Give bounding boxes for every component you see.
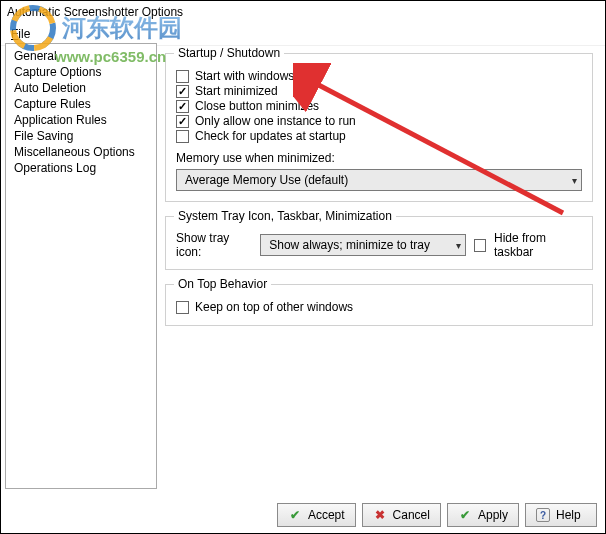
label-check-updates: Check for updates at startup bbox=[195, 129, 346, 143]
checkbox-start-minimized[interactable] bbox=[176, 85, 189, 98]
chevron-down-icon: ▾ bbox=[572, 175, 577, 186]
accept-button[interactable]: ✔ Accept bbox=[277, 503, 356, 527]
checkbox-start-with-windows[interactable] bbox=[176, 70, 189, 83]
label-show-tray-icon: Show tray icon: bbox=[176, 231, 252, 259]
sidebar-item-auto-deletion[interactable]: Auto Deletion bbox=[6, 80, 156, 96]
checkbox-close-minimizes[interactable] bbox=[176, 100, 189, 113]
dropdown-memory-use[interactable]: Average Memory Use (default) ▾ bbox=[176, 169, 582, 191]
menu-file[interactable]: File bbox=[7, 25, 34, 43]
label-hide-taskbar: Hide from taskbar bbox=[494, 231, 582, 259]
sidebar: General Capture Options Auto Deletion Ca… bbox=[5, 43, 157, 489]
label-close-minimizes: Close button minimizes bbox=[195, 99, 319, 113]
window-title: Automatic Screenshotter Options bbox=[1, 1, 605, 23]
group-ontop-legend: On Top Behavior bbox=[174, 277, 271, 291]
chevron-down-icon: ▾ bbox=[456, 240, 461, 251]
label-one-instance: Only allow one instance to run bbox=[195, 114, 356, 128]
help-button[interactable]: ? Help bbox=[525, 503, 597, 527]
checkbox-one-instance[interactable] bbox=[176, 115, 189, 128]
sidebar-item-operations-log[interactable]: Operations Log bbox=[6, 160, 156, 176]
dropdown-memory-value: Average Memory Use (default) bbox=[185, 173, 348, 187]
checkbox-keep-on-top[interactable] bbox=[176, 301, 189, 314]
checkbox-check-updates[interactable] bbox=[176, 130, 189, 143]
sidebar-item-capture-options[interactable]: Capture Options bbox=[6, 64, 156, 80]
check-icon: ✔ bbox=[288, 508, 302, 522]
group-ontop: On Top Behavior Keep on top of other win… bbox=[165, 284, 593, 326]
sidebar-item-file-saving[interactable]: File Saving bbox=[6, 128, 156, 144]
group-startup-legend: Startup / Shutdown bbox=[174, 46, 284, 60]
sidebar-item-general[interactable]: General bbox=[6, 48, 156, 64]
button-bar: ✔ Accept ✖ Cancel ✔ Apply ? Help bbox=[277, 503, 597, 527]
help-icon: ? bbox=[536, 508, 550, 522]
label-start-minimized: Start minimized bbox=[195, 84, 278, 98]
group-startup: Startup / Shutdown Start with windows St… bbox=[165, 53, 593, 202]
group-tray-legend: System Tray Icon, Taskbar, Minimization bbox=[174, 209, 396, 223]
dropdown-show-tray[interactable]: Show always; minimize to tray ▾ bbox=[260, 234, 465, 256]
apply-button[interactable]: ✔ Apply bbox=[447, 503, 519, 527]
dropdown-show-tray-value: Show always; minimize to tray bbox=[269, 238, 430, 252]
checkbox-hide-taskbar[interactable] bbox=[474, 239, 486, 252]
cancel-button[interactable]: ✖ Cancel bbox=[362, 503, 441, 527]
sidebar-item-capture-rules[interactable]: Capture Rules bbox=[6, 96, 156, 112]
group-tray: System Tray Icon, Taskbar, Minimization … bbox=[165, 216, 593, 270]
sidebar-item-misc-options[interactable]: Miscellaneous Options bbox=[6, 144, 156, 160]
check-icon: ✔ bbox=[458, 508, 472, 522]
cross-icon: ✖ bbox=[373, 508, 387, 522]
sidebar-item-application-rules[interactable]: Application Rules bbox=[6, 112, 156, 128]
label-memory-use: Memory use when minimized: bbox=[176, 151, 582, 165]
settings-panel: Startup / Shutdown Start with windows St… bbox=[157, 43, 601, 489]
label-keep-on-top: Keep on top of other windows bbox=[195, 300, 353, 314]
label-start-with-windows: Start with windows bbox=[195, 69, 294, 83]
